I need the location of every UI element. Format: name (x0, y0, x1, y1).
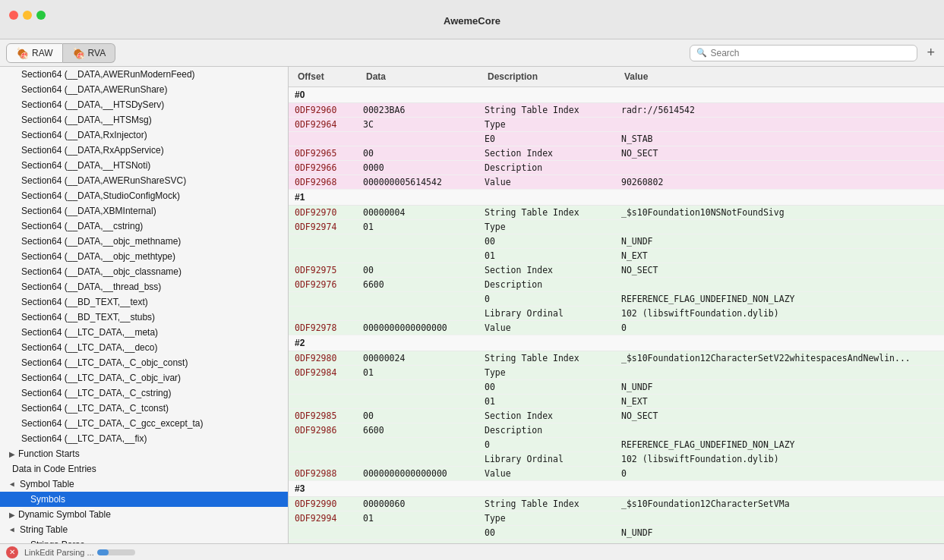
sidebar-item[interactable]: Section64 (__LTC_DATA,_C_objc_ivar) (0, 370, 288, 385)
sidebar-item[interactable]: Section64 (__LTC_DATA,__deco) (0, 340, 288, 355)
table-row[interactable]: 01 N_EXT (289, 249, 944, 263)
cell-offset (289, 380, 357, 394)
sidebar-item[interactable]: Section64 (__DATA,__cstring) (0, 219, 288, 234)
table-row[interactable]: 0DF92985 00 Section Index NO_SECT (289, 409, 944, 423)
table-row[interactable]: 0DF92986 6600 Description (289, 423, 944, 438)
table-row[interactable]: 0DF92974 01 Type (289, 220, 944, 234)
table-row[interactable]: Library Ordinal 102 (libswiftFoundation.… (289, 452, 944, 467)
sidebar-item[interactable]: Section64 (__DATA,RxAppService) (0, 143, 288, 158)
cell-offset: 0DF92994 (289, 511, 357, 525)
statusbar: ✕ LinkEdit Parsing ... (0, 543, 944, 560)
table-row[interactable]: 0DF92988 0000000000000000 Value 0 (289, 467, 944, 481)
titlebar: AwemeCore (0, 0, 944, 39)
sidebar-item[interactable]: Section64 (__DATA,AWERunModernFeed) (0, 67, 288, 82)
sidebar-item-symbols[interactable]: Symbols (0, 492, 288, 507)
table-row[interactable]: 0DF92978 0000000000000000 Value 0 (289, 321, 944, 335)
sidebar-item[interactable]: Section64 (__DATA,__objc_classname) (0, 264, 288, 279)
progress-bar (97, 549, 109, 555)
search-input[interactable] (710, 48, 911, 58)
cell-offset: 0DF92988 (289, 467, 357, 480)
cell-offset (289, 452, 357, 466)
cell-value (615, 118, 944, 131)
sidebar-group-function-starts[interactable]: Function Starts (0, 446, 288, 461)
cell-value (615, 220, 944, 234)
cell-value: REFERENCE_FLAG_UNDEFINED_NON_LAZY (615, 292, 944, 306)
cell-offset: 0DF92990 (289, 497, 357, 511)
sidebar-item[interactable]: Section64 (__DATA,RxInjector) (0, 127, 288, 143)
table-row[interactable]: 00 N_UNDF (289, 234, 944, 249)
cell-desc: Type (478, 511, 615, 525)
sidebar-item-data-in-code[interactable]: Data in Code Entries (0, 461, 288, 477)
tab-raw[interactable]: 🍖 RAW (6, 43, 63, 63)
table-row[interactable]: 0DF92966 0000 Description (289, 161, 944, 175)
table-row[interactable]: 0 REFERENCE_FLAG_UNDEFINED_NON_LAZY (289, 438, 944, 452)
cell-data: 0000000000000000 (357, 321, 478, 335)
table-row[interactable]: 0DF92994 01 Type (289, 511, 944, 526)
table-row[interactable]: 0 REFERENCE_FLAG_UNDEFINED_NON_LAZY (289, 292, 944, 307)
table-row[interactable]: E0 N_STAB (289, 132, 944, 146)
table-row[interactable]: 0DF92970 00000004 String Table Index _$s… (289, 206, 944, 220)
cell-data: 6600 (357, 278, 478, 291)
tab-rva[interactable]: 🍖 RVA (63, 43, 116, 63)
sidebar-group-symbol-table[interactable]: Symbol Table (0, 477, 288, 492)
sidebar-item[interactable]: Section64 (__LTC_DATA,_C_gcc_except_ta) (0, 416, 288, 431)
raw-icon: 🍖 (16, 47, 29, 59)
table-row[interactable]: 0DF92968 000000005614542 Value 90260802 (289, 175, 944, 190)
cell-value (615, 366, 944, 379)
add-button[interactable]: + (923, 45, 938, 61)
sidebar-item[interactable]: Section64 (__DATA,__HTSNoti) (0, 158, 288, 173)
cell-desc: Value (478, 321, 615, 335)
sidebar-item[interactable]: Section64 (__LTC_DATA,_C_cstring) (0, 385, 288, 401)
cell-desc: 00 (478, 526, 615, 540)
table-row[interactable]: Library Ordinal 102 (libswiftFoundation.… (289, 307, 944, 321)
table-row[interactable]: 0DF92964 3C Type (289, 118, 944, 132)
sidebar-item[interactable]: Section64 (__DATA,__HTSDyServ) (0, 97, 288, 112)
table-row[interactable]: 0DF92960 00023BA6 String Table Index rad… (289, 103, 944, 118)
sidebar-group-dynamic-symbol[interactable]: Dynamic Symbol Table (0, 507, 288, 522)
sidebar-item[interactable]: Section64 (__DATA,StudioConfigMock) (0, 188, 288, 203)
cell-desc: Library Ordinal (478, 452, 615, 466)
cell-desc: Type (478, 220, 615, 234)
table-row[interactable]: 0DF92980 00000024 String Table Index _$s… (289, 351, 944, 366)
sidebar-item[interactable]: Section64 (__DATA,__objc_methtype) (0, 249, 288, 264)
table-row[interactable]: 0DF92984 01 Type (289, 366, 944, 380)
sidebar-item[interactable]: Section64 (__DATA,AWERunShareSVC) (0, 173, 288, 188)
sidebar-item[interactable]: Section64 (__LTC_DATA,_C_objc_const) (0, 355, 288, 370)
sidebar-group-string-table[interactable]: String Table (0, 522, 288, 537)
sidebar-item[interactable]: Section64 (__DATA,__thread_bss) (0, 279, 288, 294)
table-row[interactable]: 00 N_UNDF (289, 526, 944, 540)
cell-value (615, 278, 944, 291)
cell-offset (289, 234, 357, 248)
sidebar-item[interactable]: Section64 (__DATA,AWERunShare) (0, 82, 288, 97)
close-button[interactable] (9, 11, 18, 20)
sidebar-item[interactable]: Section64 (__DATA,__objc_methname) (0, 234, 288, 249)
table-row[interactable]: 00 N_UNDF (289, 380, 944, 395)
sidebar-item[interactable]: Section64 (__DATA,__HTSMsg) (0, 112, 288, 127)
sidebar-item[interactable]: Section64 (__DATA,XBMInternal) (0, 203, 288, 219)
table-row[interactable]: 0DF92965 00 Section Index NO_SECT (289, 146, 944, 161)
cell-offset (289, 438, 357, 451)
sidebar-item[interactable]: Section64 (__LTC_DATA,__fix) (0, 431, 288, 446)
table-row[interactable]: 0DF92975 00 Section Index NO_SECT (289, 263, 944, 278)
cell-data: 00000004 (357, 206, 478, 219)
sidebar-item[interactable]: Section64 (__BD_TEXT,__stubs) (0, 310, 288, 325)
sidebar-item[interactable]: Section64 (__LTC_DATA,_C_tconst) (0, 401, 288, 416)
stop-button[interactable]: ✕ (6, 546, 18, 558)
cell-value: radr://5614542 (615, 103, 944, 117)
maximize-button[interactable] (36, 11, 46, 20)
cell-data: 0000000000000000 (357, 467, 478, 480)
table-row[interactable]: 0DF92976 6600 Description (289, 278, 944, 292)
sidebar-item[interactable]: Section64 (__LTC_DATA,__meta) (0, 325, 288, 340)
minimize-button[interactable] (23, 11, 32, 20)
sidebar-item[interactable]: Section64 (__BD_TEXT,__text) (0, 294, 288, 310)
table-row[interactable]: 0DF92990 00000060 String Table Index _$s… (289, 497, 944, 511)
cell-offset: 0DF92985 (289, 409, 357, 423)
cell-desc: String Table Index (478, 103, 615, 117)
table-row[interactable]: 01 N_EXT (289, 395, 944, 409)
cell-desc: 00 (478, 380, 615, 394)
entry-group-header: #2 (289, 335, 944, 351)
cell-value: 90260802 (615, 175, 944, 189)
cell-desc: Description (478, 278, 615, 291)
cell-value (615, 423, 944, 437)
entry-group-header: #0 (289, 87, 944, 103)
